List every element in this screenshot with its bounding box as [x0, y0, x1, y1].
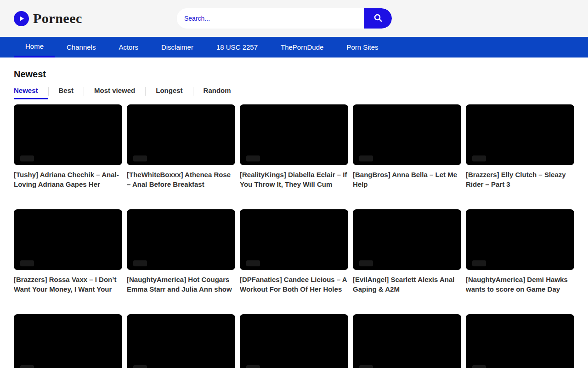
search-icon — [373, 13, 383, 24]
search-input[interactable] — [177, 8, 364, 29]
sort-tabs: Newest Best Most viewed Longest Random — [14, 86, 574, 99]
video-card[interactable] — [466, 314, 574, 368]
nav-item-actors[interactable]: Actors — [107, 37, 150, 58]
nav-item-18-usc-2257[interactable]: 18 USC 2257 — [205, 37, 269, 58]
main-content: Newest Newest Best Most viewed Longest R… — [0, 69, 588, 368]
video-card[interactable]: [DPFanatics] Candee Licious – A Workout … — [240, 209, 348, 294]
video-card[interactable]: [NaughtyAmerica] Demi Hawks wants to sco… — [466, 209, 574, 294]
video-title[interactable]: [Brazzers] Elly Clutch – Sleazy Rider – … — [466, 170, 574, 189]
site-header: Porneec — [0, 0, 588, 37]
video-card[interactable]: [Tushy] Adriana Chechik – Anal-Loving Ad… — [14, 104, 122, 189]
video-title[interactable]: [RealityKings] Diabella Eclair – If You … — [240, 170, 348, 189]
video-thumbnail[interactable] — [14, 209, 122, 270]
tab-best[interactable]: Best — [49, 86, 84, 98]
video-card[interactable]: [NaughtyAmerica] Hot Cougars Emma Starr … — [127, 209, 235, 294]
video-thumbnail[interactable] — [240, 104, 348, 165]
duration-badge — [246, 155, 260, 161]
duration-badge — [246, 260, 260, 266]
video-card[interactable]: [BangBros] Anna Bella – Let Me Help — [353, 104, 461, 189]
video-thumbnail[interactable] — [353, 314, 461, 368]
video-title[interactable]: [BangBros] Anna Bella – Let Me Help — [353, 170, 461, 189]
duration-badge — [472, 260, 486, 266]
duration-badge — [359, 365, 373, 368]
video-thumbnail[interactable] — [240, 209, 348, 270]
duration-badge — [472, 365, 486, 368]
search-form — [177, 8, 392, 29]
tab-random[interactable]: Random — [193, 86, 241, 98]
duration-badge — [246, 365, 260, 368]
video-thumbnail[interactable] — [127, 209, 235, 270]
video-title[interactable]: [NaughtyAmerica] Demi Hawks wants to sco… — [466, 275, 574, 294]
duration-badge — [133, 260, 147, 266]
duration-badge — [20, 260, 34, 266]
site-logo[interactable]: Porneec — [14, 11, 82, 26]
video-title[interactable]: [NaughtyAmerica] Hot Cougars Emma Starr … — [127, 275, 235, 294]
video-thumbnail[interactable] — [353, 209, 461, 270]
video-card[interactable]: [EvilAngel] Scarlett Alexis Anal Gaping … — [353, 209, 461, 294]
video-card[interactable] — [14, 314, 122, 368]
video-card[interactable]: [Brazzers] Elly Clutch – Sleazy Rider – … — [466, 104, 574, 189]
video-thumbnail[interactable] — [127, 314, 235, 368]
tab-most-viewed[interactable]: Most viewed — [84, 86, 145, 98]
nav-item-disclaimer[interactable]: Disclaimer — [150, 37, 205, 58]
duration-badge — [359, 155, 373, 161]
video-thumbnail[interactable] — [240, 314, 348, 368]
duration-badge — [359, 260, 373, 266]
duration-badge — [472, 155, 486, 161]
video-thumbnail[interactable] — [14, 314, 122, 368]
play-logo-icon — [14, 11, 29, 26]
video-thumbnail[interactable] — [14, 104, 122, 165]
duration-badge — [20, 365, 34, 368]
duration-badge — [20, 155, 34, 161]
page-title: Newest — [14, 69, 574, 80]
video-card[interactable]: [RealityKings] Diabella Eclair – If You … — [240, 104, 348, 189]
search-button[interactable] — [364, 8, 392, 29]
video-title[interactable]: [DPFanatics] Candee Licious – A Workout … — [240, 275, 348, 294]
duration-badge — [133, 155, 147, 161]
tab-newest[interactable]: Newest — [14, 86, 48, 99]
video-title[interactable]: [TheWhiteBoxxx] Athenea Rose – Anal Befo… — [127, 170, 235, 189]
tab-longest[interactable]: Longest — [146, 86, 192, 98]
video-card[interactable]: [TheWhiteBoxxx] Athenea Rose – Anal Befo… — [127, 104, 235, 189]
video-card[interactable] — [127, 314, 235, 368]
video-card[interactable] — [353, 314, 461, 368]
nav-item-channels[interactable]: Channels — [55, 37, 107, 58]
video-thumbnail[interactable] — [466, 209, 574, 270]
video-title[interactable]: [EvilAngel] Scarlett Alexis Anal Gaping … — [353, 275, 461, 294]
video-thumbnail[interactable] — [353, 104, 461, 165]
nav-item-home[interactable]: Home — [14, 37, 55, 58]
video-grid: [Tushy] Adriana Chechik – Anal-Loving Ad… — [14, 104, 574, 368]
video-card[interactable] — [240, 314, 348, 368]
duration-badge — [133, 365, 147, 368]
nav-item-porn-sites[interactable]: Porn Sites — [335, 37, 390, 58]
video-thumbnail[interactable] — [466, 104, 574, 165]
nav-item-theporndude[interactable]: ThePornDude — [269, 37, 335, 58]
site-title: Porneec — [33, 11, 82, 26]
video-card[interactable]: [Brazzers] Rossa Vaxx – I Don’t Want You… — [14, 209, 122, 294]
video-thumbnail[interactable] — [127, 104, 235, 165]
video-title[interactable]: [Tushy] Adriana Chechik – Anal-Loving Ad… — [14, 170, 122, 189]
video-title[interactable]: [Brazzers] Rossa Vaxx – I Don’t Want You… — [14, 275, 122, 294]
main-nav: Home Channels Actors Disclaimer 18 USC 2… — [0, 37, 588, 58]
video-thumbnail[interactable] — [466, 314, 574, 368]
